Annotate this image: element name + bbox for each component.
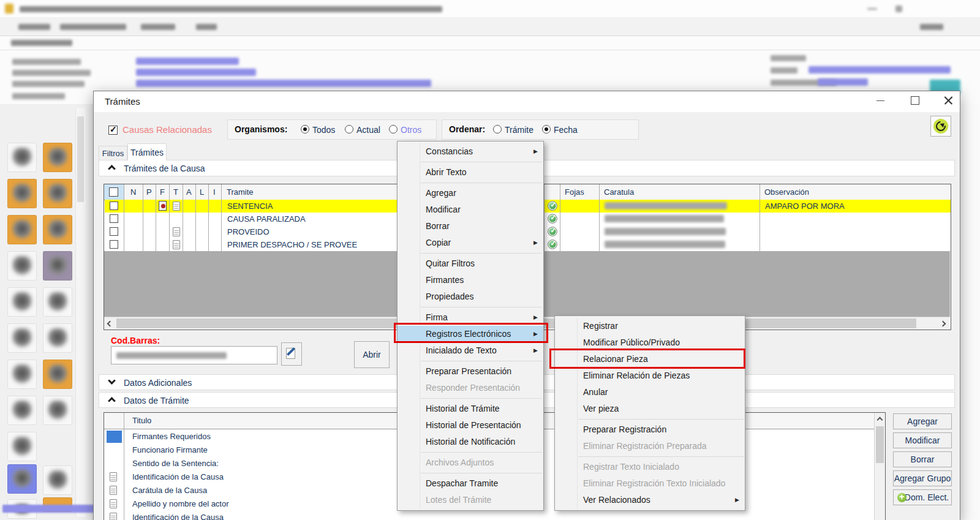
menu-item-inicialado-de-texto[interactable]: Inicialado de Texto▶ [398,342,543,359]
menu-item-registrar[interactable]: Registrar [555,318,745,334]
toolbar-icon-tile[interactable] [7,179,37,208]
scrollbar-thumb[interactable] [876,426,884,463]
minimize-button[interactable] [870,92,891,108]
menu-item-propiedades[interactable]: Propiedades [398,288,543,305]
row-checkbox[interactable] [110,214,118,223]
menu-item-firmantes[interactable]: Firmantes [398,272,543,288]
menu-item-ver-relacionados[interactable]: Ver Relacionados▶ [555,492,745,508]
close-button[interactable] [938,92,959,108]
maximize-icon[interactable] [895,6,902,12]
redacted-menu-item[interactable] [18,24,50,30]
minimize-icon[interactable] [867,8,877,10]
causas-relacionadas-checkbox[interactable] [108,126,118,135]
menu-item-quitar-filtros[interactable]: Quitar Filtros [398,255,543,272]
scroll-left-icon[interactable] [107,321,113,327]
organismos-otros-radio[interactable] [389,125,398,134]
redacted-menu-item[interactable] [60,24,126,30]
list-item[interactable]: Identificación de la Causa [132,472,224,481]
menu-item-anular[interactable]: Anular [555,384,745,401]
redacted-menu-item[interactable] [141,24,175,30]
edit-barcode-button[interactable] [281,342,302,366]
menu-item-borrar[interactable]: Borrar [398,218,543,235]
menu-item-abrir-texto[interactable]: Abrir Texto [398,164,543,181]
col-header-tramite[interactable]: Tramite [227,187,254,197]
col-header-observacion[interactable]: Observación [764,187,809,197]
toolbar-icon-tile[interactable] [43,360,72,389]
menu-item-eliminar-relacion-de-piezas[interactable]: Eliminar Relación de Piezas [555,367,745,384]
redacted-field-value [818,78,868,86]
list-item[interactable]: Funcionario Firmante [132,445,208,454]
menu-item-copiar[interactable]: Copiar▶ [398,235,543,251]
menu-item-preparar-presentacion[interactable]: Preparar Presentación [398,363,543,380]
menu-item-constancias[interactable]: Constancias▶ [398,143,543,160]
maximize-button[interactable] [905,92,925,108]
row-checkbox[interactable] [110,202,118,210]
abrir-button[interactable]: Abrir [354,341,390,368]
menu-item-preparar-registracion[interactable]: Preparar Registración [555,421,745,438]
toolbar-icon-tile[interactable] [43,465,72,495]
tab-tramites[interactable]: Trámites [127,143,167,160]
redacted-help-menu-item[interactable] [920,24,943,30]
toolbar-icon-tile[interactable] [7,143,37,172]
toolbar-icon-tile[interactable] [7,287,37,317]
toolbar-icon-tile[interactable] [43,396,72,425]
modificar-button[interactable]: Modificar [893,432,952,448]
sidebar-scrollbar[interactable] [75,108,86,517]
toolbar-icon-tile[interactable] [7,215,37,244]
list-item[interactable]: Identificación de la Causa [132,513,224,520]
col-header-l[interactable]: L [200,187,204,197]
toolbar-icon-tile[interactable] [7,464,37,494]
toolbar-icon-tile[interactable] [7,432,37,461]
menu-item-historial-de-presentacion[interactable]: Historial de Presentación [398,417,543,434]
toolbar-icon-tile[interactable] [7,360,37,389]
list-item[interactable]: Sentido de la Sentencia: [132,459,219,468]
col-header-a[interactable]: A [186,187,192,197]
toolbar-icon-tile[interactable] [43,287,72,317]
row-checkbox[interactable] [110,227,118,236]
col-header-t[interactable]: T [173,187,178,197]
col-header-n[interactable]: N [130,187,136,197]
toolbar-icon-tile[interactable] [7,396,37,425]
col-header-caratula[interactable]: Caratula [604,187,634,197]
toolbar-icon-tile[interactable] [7,323,37,353]
col-header-i[interactable]: I [213,187,216,197]
menu-item-modificar[interactable]: Modificar [398,202,543,218]
agregar-button[interactable]: Agregar [893,413,952,429]
select-all-checkbox[interactable] [109,187,118,197]
organismos-actual-radio[interactable] [345,125,353,134]
dom-elect-button[interactable]: Dom. Elect. [893,489,952,505]
list-item[interactable]: Carátula de la Causa [132,486,207,495]
toolbar-icon-tile[interactable] [43,215,72,244]
redacted-menu-item[interactable] [196,24,217,30]
list-item[interactable]: Apellido y nombre del actor [132,499,229,508]
toolbar-icon-tile[interactable] [43,323,72,353]
toolbar-icon-tile[interactable] [43,251,72,281]
col-header-titulo[interactable]: Titulo [132,416,151,425]
ordenar-tramite-radio[interactable] [493,125,502,134]
row-checkbox[interactable] [110,240,118,249]
organismos-todos-radio[interactable] [301,125,309,134]
tab-filtros[interactable]: Filtros [99,146,127,160]
vertical-scrollbar[interactable] [874,413,885,520]
scroll-right-icon[interactable] [940,321,946,327]
list-item[interactable]: Firmantes Requeridos [132,432,211,441]
menu-item-agregar[interactable]: Agregar [398,185,543,202]
toolbar-icon-tile[interactable] [7,251,37,281]
toolbar-icon-tile[interactable] [43,143,72,172]
menu-item-ver-pieza[interactable]: Ver pieza [555,401,745,417]
menu-item-historial-de-tramite[interactable]: Historial de Trámite [398,401,543,417]
refresh-button[interactable] [930,116,951,137]
menu-item-despachar-tramite[interactable]: Despachar Tramite [398,475,543,492]
toolbar-icon-tile[interactable] [43,179,72,208]
agregar-grupo-button[interactable]: Agregar Grupo [893,470,952,486]
menu-item-historial-de-notificacion[interactable]: Historial de Notificación [398,434,543,450]
col-header-f[interactable]: F [160,187,165,197]
scroll-up-icon[interactable] [877,417,883,423]
col-header-fojas[interactable]: Fojas [565,187,584,197]
ordenar-fecha-radio[interactable] [542,125,551,134]
dialog-titlebar[interactable]: Trámites [94,91,960,112]
borrar-button[interactable]: Borrar [893,451,952,467]
col-header-p[interactable]: P [146,187,152,197]
redacted-field-label [12,93,65,99]
cod-barras-input[interactable] [111,346,277,364]
